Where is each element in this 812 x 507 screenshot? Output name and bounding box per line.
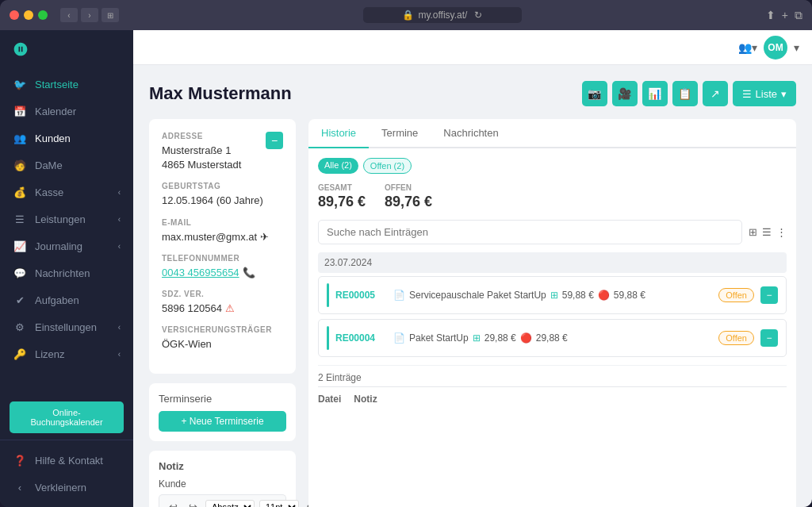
collapse-icon: ‹: [13, 480, 27, 494]
sidebar-bottom: ❓ Hilfe & Kontakt ‹ Verkleinern: [0, 440, 133, 507]
share-icon[interactable]: ⬆: [766, 9, 776, 21]
tab-termine[interactable]: Termine: [369, 119, 431, 148]
redo-button[interactable]: ↪: [186, 499, 201, 507]
entry-bar: [327, 283, 329, 307]
undo-button[interactable]: ↩: [166, 499, 181, 507]
sidebar-item-verkleinern[interactable]: ‹ Verkleinern: [0, 474, 133, 501]
sidebar-item-startseite[interactable]: 🐦 Startseite: [0, 71, 133, 98]
two-column-layout: − ADRESSE Musterstraße 1 4865 Musterstad…: [149, 119, 796, 507]
back-button[interactable]: ‹: [60, 8, 78, 22]
window-controls: ‹ › ⊞: [60, 8, 119, 22]
page-header: Max Mustermann 📷 🎥 📊 📋 ↗ ☰ Liste ▾: [149, 81, 796, 106]
reload-icon[interactable]: ↻: [474, 10, 482, 21]
chat-icon: 💬: [13, 266, 27, 280]
copy-icon[interactable]: ⧉: [795, 9, 802, 22]
maximize-button[interactable]: [38, 10, 48, 20]
sidebar-label-kasse: Kasse: [35, 186, 63, 198]
tab-nachrichten[interactable]: Nachrichten: [431, 119, 511, 148]
dropdown-icon[interactable]: ▾: [794, 41, 799, 54]
clipboard-button[interactable]: 📋: [672, 81, 698, 106]
close-button[interactable]: [10, 10, 19, 20]
titlebar-center: 🔒 my.offisy.at/ ↻: [125, 7, 760, 23]
absatz-select[interactable]: Absatz: [205, 500, 255, 507]
app-window: ‹ › ⊞ 🔒 my.offisy.at/ ↻ ⬆ + ⧉ 🐦: [0, 0, 812, 507]
sidebar-logo: [0, 30, 133, 67]
plus-icon[interactable]: +: [782, 9, 788, 21]
status-badge: Offen: [718, 331, 754, 345]
search-row: ⊞ ☰ ⋮: [318, 220, 787, 244]
notiz-title: Notiz: [159, 460, 286, 472]
more-icon[interactable]: ⋮: [776, 226, 787, 238]
sidebar-item-hilfe[interactable]: ❓ Hilfe & Kontakt: [0, 447, 133, 474]
sidebar-item-kalender[interactable]: 📅 Kalender: [0, 98, 133, 125]
key-icon: 🔑: [13, 347, 27, 361]
sidebar: 🐦 Startseite 📅 Kalender 👥 Kunden 🧑 DaMe …: [0, 30, 133, 507]
filter-offen-badge[interactable]: Offen (2): [363, 158, 412, 174]
sidebar-item-dame[interactable]: 🧑 DaMe: [0, 152, 133, 179]
sidebar-label-journaling: Journaling: [35, 240, 82, 252]
table-row[interactable]: RE00004 📄 Paket StartUp ⊞ 29,88 € 🔴 29,8…: [318, 319, 787, 357]
sidebar-label-verkleinern: Verkleinern: [35, 482, 86, 494]
neue-terminserie-button[interactable]: + Neue Terminserie: [159, 411, 286, 432]
chart-button[interactable]: 📊: [642, 81, 668, 106]
photo-button[interactable]: 📷: [582, 81, 607, 106]
sidebar-item-lizenz[interactable]: 🔑 Lizenz ‹: [0, 340, 133, 367]
sidebar-item-kunden[interactable]: 👥 Kunden: [0, 125, 133, 152]
sidebar-item-kasse[interactable]: 💰 Kasse ‹: [0, 179, 133, 205]
booking-calendar-button[interactable]: Online-Buchungskalender: [10, 401, 124, 433]
collapse-card-button[interactable]: −: [266, 132, 283, 149]
email-label: E-MAIL: [162, 218, 283, 227]
arrow-icon: ‹: [118, 323, 121, 332]
send-icon[interactable]: ✈: [260, 230, 269, 244]
entry-action-button[interactable]: −: [760, 329, 778, 347]
entries-footer: Datei Notiz: [318, 386, 787, 405]
status-badge: Offen: [718, 288, 754, 302]
sdz-section: SDZ. VER. 5896 120564 ⚠: [162, 290, 283, 316]
filter-icon[interactable]: ⊞: [749, 226, 757, 238]
filter-all-badge[interactable]: Alle (2): [318, 158, 358, 174]
search-input[interactable]: [318, 220, 742, 244]
sidebar-label-nachrichten: Nachrichten: [35, 267, 90, 279]
tabs-bar: Historie Termine Nachrichten: [308, 119, 796, 148]
arrow-icon: ‹: [118, 242, 121, 251]
insurance-value: ÖGK-Wien: [162, 337, 283, 351]
table-row[interactable]: RE00005 📄 Servicepauschale Paket StartUp…: [318, 276, 787, 314]
avatar[interactable]: OM: [764, 36, 787, 60]
sdz-label: SDZ. VER.: [162, 290, 283, 298]
sidebar-item-nachrichten[interactable]: 💬 Nachrichten: [0, 259, 133, 286]
sidebar-item-leistungen[interactable]: ☰ Leistungen ‹: [0, 205, 133, 232]
tasks-icon: ✔: [13, 293, 27, 307]
sidebar-nav: 🐦 Startseite 📅 Kalender 👥 Kunden 🧑 DaMe …: [0, 67, 133, 395]
arrow-icon: ‹: [118, 188, 121, 197]
forward-button[interactable]: ›: [81, 8, 98, 22]
tab-historie[interactable]: Historie: [308, 119, 369, 148]
gesamt-stat: GESAMT 89,76 €: [318, 183, 366, 210]
url-text: my.offisy.at/: [418, 10, 467, 21]
offen-label: OFFEN: [385, 183, 432, 192]
sort-icon[interactable]: ☰: [762, 226, 772, 238]
sidebar-label-kalender: Kalender: [35, 106, 76, 117]
export-button[interactable]: ↗: [703, 81, 728, 106]
right-panel: Historie Termine Nachrichten Alle (2) Of…: [308, 119, 796, 507]
lock-icon: 🔒: [402, 10, 414, 21]
left-panel: − ADRESSE Musterstraße 1 4865 Musterstad…: [149, 119, 296, 507]
size-select[interactable]: 11pt: [259, 500, 299, 507]
entry-id: RE00005: [335, 290, 387, 301]
invoice-icon: 📄: [393, 332, 405, 344]
person-icon: 🧑: [13, 158, 27, 172]
sidebar-item-einstellungen[interactable]: ⚙ Einstellungen ‹: [0, 313, 133, 340]
grid-button[interactable]: ⊞: [102, 8, 119, 22]
liste-button[interactable]: ☰ Liste ▾: [733, 81, 796, 106]
sidebar-item-journaling[interactable]: 📈 Journaling ‹: [0, 232, 133, 259]
gesamt-label: GESAMT: [318, 183, 366, 192]
birthday-label: GEBURTSTAG: [162, 182, 283, 190]
sidebar-item-aufgaben[interactable]: ✔ Aufgaben: [0, 286, 133, 313]
user-group-icon[interactable]: 👥▾: [738, 41, 757, 54]
entry-bar: [327, 326, 329, 350]
entry-action-button[interactable]: −: [760, 286, 778, 304]
page-title: Max Mustermann: [149, 83, 292, 104]
minimize-button[interactable]: [24, 10, 33, 20]
url-bar[interactable]: 🔒 my.offisy.at/ ↻: [363, 7, 522, 23]
users-icon: 👥: [13, 131, 27, 145]
video-button[interactable]: 🎥: [612, 81, 638, 106]
